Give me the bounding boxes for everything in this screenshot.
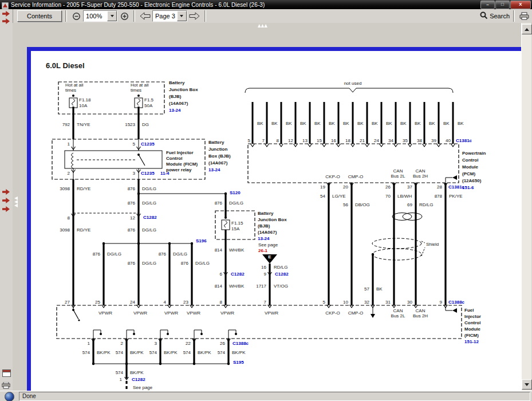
diagram-link[interactable]: S196 xyxy=(196,238,207,243)
printer-icon xyxy=(519,12,529,20)
print-page-icon[interactable] xyxy=(2,381,10,387)
application-window: Service Information - 2005 F-Super Duty … xyxy=(0,0,532,401)
bookmark-arrow-icon[interactable] xyxy=(2,198,10,203)
minimize-button[interactable]: – xyxy=(480,1,495,9)
previous-page-button[interactable] xyxy=(139,10,151,22)
diagram-link[interactable]: C1388c xyxy=(448,300,464,305)
diagram-label: BK xyxy=(343,121,349,126)
diagram-label: CAN xyxy=(393,308,403,313)
status-bar: Done xyxy=(0,391,532,401)
diagram-label: E xyxy=(268,254,271,260)
bookmark-arrow-icon[interactable] xyxy=(2,206,10,212)
diagram-label: 12 xyxy=(288,138,293,143)
diagram-label: 15A xyxy=(231,226,239,231)
diagram-link[interactable]: C1282 xyxy=(275,272,289,277)
diagram-label: (BJB) xyxy=(258,223,270,229)
diagram-link[interactable]: C1381c xyxy=(448,184,464,190)
diagram-link[interactable]: C1282 xyxy=(132,377,145,382)
diagram-label: CMP-O xyxy=(348,174,364,179)
bookmark-arrow-icon[interactable] xyxy=(2,11,10,17)
diagram-label: Powertrain xyxy=(462,151,486,156)
diagram-label: 574 xyxy=(218,350,225,355)
diagram-label: 35 xyxy=(403,138,408,143)
diagram-label: 54 xyxy=(320,194,325,199)
diagram-link[interactable]: C1235 xyxy=(141,171,155,176)
window-controls: – □ X xyxy=(480,1,531,9)
arrow-down-icon xyxy=(525,383,529,386)
contents-button[interactable]: Contents xyxy=(17,10,62,22)
zoom-in-button[interactable] xyxy=(119,10,130,22)
page-select[interactable]: Page 3 xyxy=(152,10,187,22)
toolbar-separator xyxy=(133,10,135,22)
diagram-label: 574 xyxy=(183,350,191,355)
diagram-label: 3098 xyxy=(60,186,70,191)
bookmark-arrow-icon[interactable] xyxy=(2,189,10,195)
diagram-label: Module xyxy=(462,164,478,170)
diagram-label: 876 xyxy=(215,200,222,206)
diagram-label: (14A067) xyxy=(169,101,188,106)
diagram-label: 814 xyxy=(215,284,222,289)
diagram-label: CKP-O xyxy=(325,174,340,179)
diagram-label: DG/LG xyxy=(142,261,156,266)
window-panel-icon[interactable] xyxy=(2,369,11,377)
diagram-label: 56 xyxy=(343,202,348,207)
diagram-label: VPWR xyxy=(265,310,278,316)
diagram-label: Bus 2L xyxy=(391,313,405,319)
diagram-label: 9 xyxy=(264,272,266,277)
document-area: 6.0L DieselHot at alltimesHot at alltime… xyxy=(13,23,521,391)
app-icon xyxy=(2,1,9,8)
diagram-link[interactable]: C1282 xyxy=(231,272,245,277)
diagram-label: VT/OG xyxy=(274,284,288,289)
diagram-label: RD/YE xyxy=(77,186,90,191)
diagram-link[interactable]: 13-24 xyxy=(208,167,220,172)
diagram-label: (FICM) xyxy=(464,333,479,338)
diagram-label: CMP-O xyxy=(348,310,364,316)
diagram-link[interactable]: 13-24 xyxy=(258,236,269,241)
diagram-label: 70 xyxy=(385,194,391,199)
maximize-button[interactable]: □ xyxy=(495,1,510,9)
diagram-link[interactable]: C1235 xyxy=(141,141,155,147)
diagram-label: See page xyxy=(133,385,152,390)
diagram-link[interactable]: S120 xyxy=(230,190,241,195)
diagram-label: not used xyxy=(344,81,362,86)
diagram-label: BK xyxy=(357,121,364,126)
diagram-label: 6.0L Diesel xyxy=(46,61,85,70)
diagram-link[interactable]: 13-24 xyxy=(169,108,180,113)
vertical-scrollbar[interactable] xyxy=(521,23,531,391)
diagram-label: 574 xyxy=(82,350,90,355)
diagram-label: DG/LG xyxy=(142,186,156,191)
diagram-label: See page xyxy=(258,242,278,247)
diagram-label: BK xyxy=(458,121,464,126)
diagram-label: 3098 xyxy=(60,227,70,233)
next-page-button[interactable] xyxy=(188,10,201,22)
scroll-down-button[interactable] xyxy=(522,379,532,390)
diagram-label: (14A067) xyxy=(208,160,227,166)
zoom-out-button[interactable] xyxy=(70,10,82,22)
diagram-label: BK xyxy=(400,121,407,126)
diagram-link[interactable]: C1282 xyxy=(143,215,157,220)
diagram-label: 876 xyxy=(181,261,188,266)
close-button[interactable]: X xyxy=(510,1,531,9)
search-button[interactable]: Search xyxy=(480,11,510,21)
diagram-label: 1523 xyxy=(125,122,135,127)
diagram-label: Control xyxy=(166,156,182,161)
diagram-label: 39 xyxy=(431,138,436,143)
diagram-label: 8 xyxy=(277,138,279,143)
diagram-label: Module (FICM) xyxy=(166,162,198,167)
diagram-link[interactable]: 151-12 xyxy=(464,339,479,344)
diagram-label: BK xyxy=(443,121,450,126)
diagram-link[interactable]: 26-1 xyxy=(258,248,267,253)
diagram-link[interactable]: C1381c xyxy=(456,138,472,143)
diagram-label: 878 xyxy=(435,194,442,199)
diagram-label: PK/YE xyxy=(449,194,463,199)
diagram-label: WH/BK xyxy=(229,247,244,253)
page-dropdown-icon[interactable] xyxy=(177,11,187,21)
bookmark-arrow-icon[interactable] xyxy=(2,18,10,24)
diagram-link[interactable]: C1388c xyxy=(232,341,249,346)
diagram-label: BK xyxy=(271,121,278,126)
scroll-up-button[interactable] xyxy=(522,24,532,34)
zoom-dropdown-icon[interactable] xyxy=(107,11,117,21)
print-button[interactable] xyxy=(518,10,530,22)
zoom-level-select[interactable]: 100% xyxy=(83,10,117,22)
diagram-link[interactable]: S195 xyxy=(233,360,244,365)
